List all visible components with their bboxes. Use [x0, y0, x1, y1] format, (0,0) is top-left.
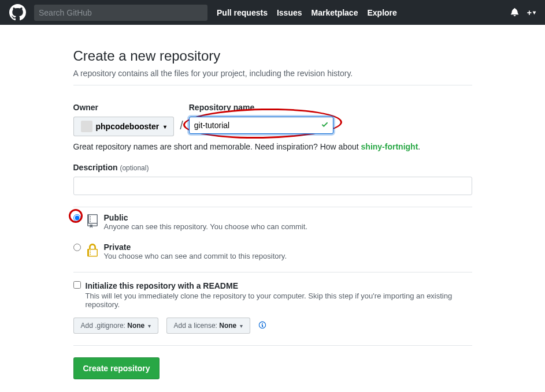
public-desc: Anyone can see this repository. You choo…	[104, 222, 472, 231]
suggestion-link[interactable]: shiny-fortnight	[361, 142, 418, 151]
owner-avatar	[81, 121, 92, 132]
visibility-public-radio[interactable]	[73, 214, 81, 222]
repo-name-label: Repository name	[189, 103, 333, 112]
notifications-icon[interactable]	[510, 8, 519, 18]
caret-down-icon: ▾	[148, 323, 151, 329]
license-select[interactable]: Add a license: None ▾	[166, 318, 250, 334]
search-wrap	[34, 5, 207, 21]
page-title: Create a new repository	[73, 48, 472, 64]
header-right: +▾	[510, 8, 536, 18]
nav-marketplace[interactable]: Marketplace	[312, 8, 358, 17]
visibility-private-radio[interactable]	[73, 244, 81, 251]
page-subtitle: A repository contains all the files for …	[73, 69, 472, 78]
create-repository-button[interactable]: Create repository	[73, 357, 160, 379]
nav-pull-requests[interactable]: Pull requests	[217, 8, 268, 17]
visibility-private-option: Private You choose who can see and commi…	[73, 237, 472, 266]
description-label: Description (optional)	[73, 163, 472, 172]
form-section: Owner phpcodebooster ▾ / Repository name	[73, 85, 472, 379]
visibility-public-option: Public Anyone can see this repository. Y…	[73, 207, 472, 237]
add-menu[interactable]: +▾	[527, 8, 536, 17]
caret-down-icon: ▾	[240, 323, 243, 329]
owner-value: phpcodebooster	[96, 122, 160, 131]
owner-label: Owner	[73, 103, 175, 112]
repo-public-icon	[86, 213, 99, 228]
lock-icon	[86, 242, 99, 257]
private-title: Private	[104, 242, 472, 252]
readme-desc: This will let you immediately clone the …	[86, 292, 472, 309]
check-icon	[321, 121, 329, 130]
owner-select[interactable]: phpcodebooster ▾	[73, 117, 175, 136]
owner-repo-separator: /	[180, 103, 183, 132]
public-title: Public	[104, 213, 472, 222]
caret-down-icon: ▾	[164, 124, 166, 130]
info-icon[interactable]	[258, 321, 266, 331]
github-logo[interactable]	[9, 4, 26, 21]
global-header: Pull requests Issues Marketplace Explore…	[0, 0, 545, 25]
description-input[interactable]	[73, 177, 472, 195]
readme-option: Initialize this repository with a README…	[73, 272, 472, 309]
divider	[73, 345, 472, 346]
repo-name-input[interactable]	[189, 117, 333, 134]
nav-explore[interactable]: Explore	[367, 8, 396, 17]
main-container: Create a new repository A repository con…	[62, 25, 484, 392]
readme-title: Initialize this repository with a README	[86, 281, 472, 290]
private-desc: You choose who can see and commit to thi…	[104, 252, 472, 260]
search-input[interactable]	[39, 8, 203, 17]
gitignore-select[interactable]: Add .gitignore: None ▾	[73, 318, 158, 334]
nav-issues[interactable]: Issues	[277, 8, 302, 17]
readme-checkbox[interactable]	[73, 281, 81, 289]
nav-links: Pull requests Issues Marketplace Explore	[217, 8, 397, 17]
repo-name-hint: Great repository names are short and mem…	[73, 142, 472, 151]
